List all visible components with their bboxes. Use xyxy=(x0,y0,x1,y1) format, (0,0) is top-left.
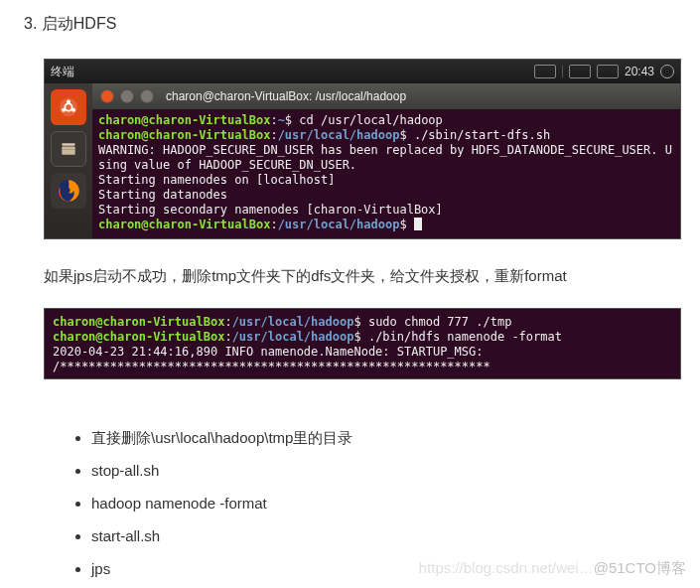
terminal-text: sing value of HADOOP_SECURE_DN_USER. xyxy=(98,158,356,172)
terminal-text: : xyxy=(224,330,231,344)
list-item: hadoop namenode -format xyxy=(91,493,676,514)
list-item: stop-all.sh xyxy=(91,460,676,481)
section-heading: 3. 启动HDFS xyxy=(24,14,676,35)
terminal-text: WARNING: HADOOP_SECURE_DN_USER has been … xyxy=(98,143,672,157)
screenshot-1: 终端 20:43 charon@charon-VirtualBox: xyxy=(44,59,681,239)
list-item: 直接删除\usr\local\hadoop\tmp里的目录 xyxy=(91,427,676,448)
gear-icon xyxy=(660,65,674,78)
terminal-text: /usr/local/hadoop xyxy=(278,218,400,231)
minimize-icon xyxy=(120,89,134,103)
close-icon xyxy=(100,89,114,103)
terminal-text: : xyxy=(270,113,277,127)
svg-rect-7 xyxy=(62,149,74,150)
terminal-text: charon@charon-VirtualBox xyxy=(98,218,270,231)
terminal-text: $ sudo chmod 777 ./tmp xyxy=(353,315,511,329)
terminal-text: charon@charon-VirtualBox xyxy=(53,330,224,344)
terminal-text: ~ xyxy=(278,113,285,127)
ubuntu-top-bar: 终端 20:43 xyxy=(45,60,680,83)
terminal-text: charon@charon-VirtualBox xyxy=(53,315,224,329)
terminal-text: $ xyxy=(399,218,413,231)
bullet-list: 直接删除\usr\local\hadoop\tmp里的目录stop-all.sh… xyxy=(91,427,676,579)
maximize-icon xyxy=(140,89,154,103)
terminal-text: charon@charon-VirtualBox xyxy=(98,113,270,127)
terminal-text: charon@charon-VirtualBox xyxy=(98,128,270,142)
sound-indicator-icon xyxy=(597,65,619,78)
topbar-app-label: 终端 xyxy=(51,64,74,80)
svg-rect-5 xyxy=(62,143,74,146)
terminal-text: /***************************************… xyxy=(53,360,490,373)
ubuntu-dash-icon xyxy=(51,89,86,125)
terminal-text: Starting namenodes on [localhost] xyxy=(98,173,335,187)
terminal-titlebar: charon@charon-VirtualBox: /usr/local/had… xyxy=(92,83,680,109)
terminal-text: 2020-04-23 21:44:16,890 INFO namenode.Na… xyxy=(53,345,483,359)
files-icon xyxy=(51,131,86,167)
terminal-text: $ cd /usr/local/hadoop xyxy=(285,113,443,127)
terminal-text: : xyxy=(270,128,277,142)
list-item: jps xyxy=(91,558,676,579)
terminal-text: Starting datanodes xyxy=(98,188,227,202)
svg-rect-6 xyxy=(62,147,74,155)
terminal-text: /usr/local/hadoop xyxy=(278,128,400,142)
clock: 20:43 xyxy=(625,65,654,78)
terminal-text: /usr/local/hadoop xyxy=(232,330,354,344)
terminal-text: : xyxy=(270,218,277,231)
cursor xyxy=(414,218,422,230)
terminal-title: charon@charon-VirtualBox: /usr/local/had… xyxy=(166,89,406,103)
paragraph: 如果jps启动不成功，删除tmp文件夹下的dfs文件夹，给文件夹授权，重新for… xyxy=(44,267,676,286)
terminal-text: : xyxy=(224,315,231,329)
terminal-text: /usr/local/hadoop xyxy=(232,315,354,329)
keyboard-indicator-icon xyxy=(534,65,556,78)
ubuntu-dock xyxy=(45,83,92,238)
terminal-output: charon@charon-VirtualBox:~$ cd /usr/loca… xyxy=(92,109,680,238)
list-item: start-all.sh xyxy=(91,525,676,546)
network-indicator-icon xyxy=(569,65,591,78)
terminal-text: Starting secondary namenodes [charon-Vir… xyxy=(98,203,443,217)
screenshot-2: charon@charon-VirtualBox:/usr/local/hado… xyxy=(44,308,681,379)
firefox-icon xyxy=(51,173,86,209)
terminal-text: $ ./bin/hdfs namenode -format xyxy=(353,330,562,344)
terminal-output-2: charon@charon-VirtualBox:/usr/local/hado… xyxy=(45,309,680,378)
terminal-text: $ ./sbin/start-dfs.sh xyxy=(399,128,550,142)
